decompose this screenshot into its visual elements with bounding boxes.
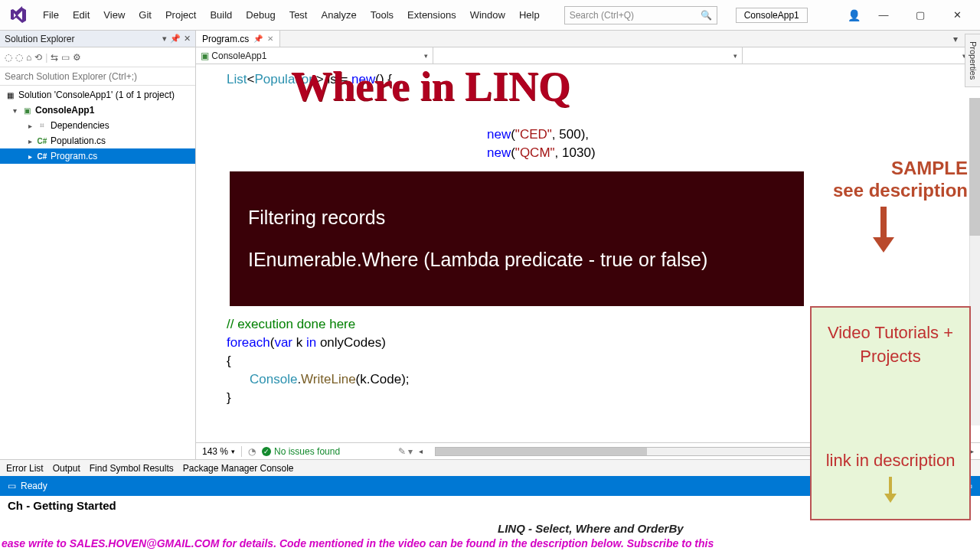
solution-explorer-panel: Solution Explorer ▾ 📌 ✕ ◌ ◌ ⌂ ⟲ | ⇆ ▭ ⚙ … bbox=[0, 31, 196, 459]
pin-icon[interactable]: 📌 bbox=[253, 34, 263, 43]
menu-tools[interactable]: Tools bbox=[364, 6, 400, 24]
editor-status-strip: 143 % ▾ ◔ ✓No issues found ✎ ▾ ◂ ▸ bbox=[196, 442, 980, 459]
close-button[interactable]: ✕ bbox=[943, 5, 971, 26]
csharp-project-icon: ▣ bbox=[21, 105, 32, 116]
tab-package-manager[interactable]: Package Manager Console bbox=[183, 463, 294, 474]
tree-dependencies-node[interactable]: ▸ ⌗ Dependencies bbox=[0, 118, 195, 133]
solution-explorer-toolbar: ◌ ◌ ⌂ ⟲ | ⇆ ▭ ⚙ bbox=[0, 47, 195, 67]
account-icon[interactable]: 👤 bbox=[848, 9, 861, 21]
sync-icon[interactable]: ⟲ bbox=[34, 52, 42, 63]
menu-view[interactable]: View bbox=[97, 6, 131, 24]
home-icon[interactable]: ⌂ bbox=[26, 52, 31, 63]
back-icon[interactable]: ◌ bbox=[5, 52, 12, 63]
issues-status[interactable]: ✓No issues found bbox=[262, 446, 340, 457]
vs-logo-icon bbox=[9, 6, 28, 24]
expand-icon[interactable]: ▸ bbox=[26, 122, 34, 130]
nav-bar: ▣ ConsoleApp1▾ ▾ ▾ ⊕ bbox=[196, 47, 980, 64]
tab-error-list[interactable]: Error List bbox=[6, 463, 44, 474]
title-bar: File Edit View Git Project Build Debug T… bbox=[0, 0, 980, 31]
editor-area: Program.cs 📌 ✕ ▾ ⚙ ▣ ConsoleApp1▾ ▾ ▾ ⊕ … bbox=[196, 31, 980, 459]
nav-class-combo[interactable]: ▾ bbox=[433, 47, 743, 64]
chapter-title: Ch - Getting Started bbox=[0, 496, 980, 512]
chevron-down-icon[interactable]: ▾ bbox=[162, 34, 167, 44]
pin-icon[interactable]: 📌 bbox=[170, 34, 181, 44]
editor-tab-strip: Program.cs 📌 ✕ ▾ ⚙ bbox=[196, 31, 980, 47]
expand-icon[interactable]: ▸ bbox=[26, 152, 34, 161]
main-area: Solution Explorer ▾ 📌 ✕ ◌ ◌ ⌂ ⟲ | ⇆ ▭ ⚙ … bbox=[0, 31, 980, 459]
tree-file-program[interactable]: ▸ C# Program.cs bbox=[0, 148, 195, 164]
menu-file[interactable]: File bbox=[37, 6, 65, 24]
status-ready: Ready bbox=[21, 481, 47, 491]
status-icon: ▭ bbox=[8, 481, 16, 491]
tree-project-node[interactable]: ▾ ▣ ConsoleApp1 bbox=[0, 103, 195, 118]
menu-project[interactable]: Project bbox=[159, 6, 202, 24]
csharp-file-icon: C# bbox=[37, 151, 47, 161]
se-search-input[interactable] bbox=[5, 71, 191, 82]
notifications-icon[interactable]: ▭ bbox=[964, 481, 972, 491]
nav-member-combo[interactable]: ▾ ⊕ bbox=[743, 47, 980, 64]
titlebar-right: 👤 — ▢ ✕ bbox=[848, 5, 977, 26]
editor-tab-program[interactable]: Program.cs 📌 ✕ bbox=[196, 31, 280, 47]
search-icon: 🔍 bbox=[701, 10, 712, 21]
csharp-file-icon: C# bbox=[37, 135, 47, 146]
main-menu: File Edit View Git Project Build Debug T… bbox=[37, 6, 546, 24]
menu-git[interactable]: Git bbox=[132, 6, 158, 24]
forward-icon[interactable]: ◌ bbox=[15, 52, 23, 63]
nav-project-combo[interactable]: ▣ ConsoleApp1▾ bbox=[196, 47, 433, 64]
menu-test[interactable]: Test bbox=[283, 6, 314, 24]
tree-file-population[interactable]: ▸ C# Population.cs bbox=[0, 133, 195, 148]
expand-icon[interactable]: ▸ bbox=[26, 137, 34, 145]
tab-label: Program.cs bbox=[202, 34, 249, 44]
menu-analyze[interactable]: Analyze bbox=[315, 6, 362, 24]
search-placeholder-text: Search (Ctrl+Q) bbox=[570, 10, 634, 21]
scrolling-banner: ease write to SALES.HOVEN@GMAIL.COM for … bbox=[0, 536, 980, 551]
menu-window[interactable]: Window bbox=[464, 6, 511, 24]
dependencies-icon: ⌗ bbox=[37, 120, 47, 131]
properties-panel-tab[interactable]: Properties bbox=[965, 34, 980, 87]
source-control-button[interactable]: ↑ Add to Source Control ▴ bbox=[854, 481, 958, 491]
status-bar: ▭Ready ↑ Add to Source Control ▴ ▭ bbox=[0, 476, 980, 496]
diagnostics-icon[interactable]: ◔ bbox=[248, 446, 256, 457]
quick-search-input[interactable]: Search (Ctrl+Q) 🔍 bbox=[564, 6, 717, 24]
tool-window-tabs: Error List Output Find Symbol Results Pa… bbox=[0, 459, 980, 476]
cleanup-icon[interactable]: ✎ ▾ bbox=[398, 446, 413, 457]
minimize-button[interactable]: — bbox=[870, 5, 897, 26]
topic-title: LINQ - Select, Where and OrderBy bbox=[498, 522, 684, 535]
tab-output[interactable]: Output bbox=[53, 463, 80, 474]
scrollbar-thumb[interactable] bbox=[436, 448, 646, 455]
solution-explorer-title: Solution Explorer bbox=[5, 34, 74, 44]
tree-solution-node[interactable]: ▦ Solution 'ConsoleApp1' (1 of 1 project… bbox=[0, 87, 195, 103]
menu-edit[interactable]: Edit bbox=[67, 6, 96, 24]
close-icon[interactable]: ✕ bbox=[184, 34, 191, 44]
maximize-button[interactable]: ▢ bbox=[906, 5, 934, 26]
solution-icon: ▦ bbox=[5, 90, 15, 100]
solution-explorer-header: Solution Explorer ▾ 📌 ✕ bbox=[0, 31, 195, 47]
scrollbar-thumb[interactable] bbox=[969, 98, 980, 236]
close-icon[interactable]: ✕ bbox=[267, 34, 273, 43]
expand-icon[interactable]: ▾ bbox=[11, 106, 18, 115]
properties-icon[interactable]: ⚙ bbox=[73, 52, 81, 63]
tab-find-symbol[interactable]: Find Symbol Results bbox=[90, 463, 174, 474]
solution-tree: ▦ Solution 'ConsoleApp1' (1 of 1 project… bbox=[0, 86, 195, 459]
show-all-icon[interactable]: ▭ bbox=[61, 52, 70, 63]
menu-build[interactable]: Build bbox=[204, 6, 238, 24]
collapse-icon[interactable]: ⇆ bbox=[51, 52, 58, 63]
zoom-combo[interactable]: 143 % ▾ bbox=[202, 446, 235, 457]
window-title: ConsoleApp1 bbox=[736, 8, 808, 23]
solution-explorer-search[interactable] bbox=[0, 67, 195, 86]
menu-help[interactable]: Help bbox=[513, 6, 546, 24]
horizontal-scrollbar[interactable] bbox=[435, 447, 964, 456]
code-editor[interactable]: List<Population> ls = new() { new("CED",… bbox=[196, 64, 980, 442]
window-options-icon[interactable]: ▾ bbox=[949, 31, 962, 47]
menu-extensions[interactable]: Extensions bbox=[401, 6, 462, 24]
menu-debug[interactable]: Debug bbox=[240, 6, 281, 24]
